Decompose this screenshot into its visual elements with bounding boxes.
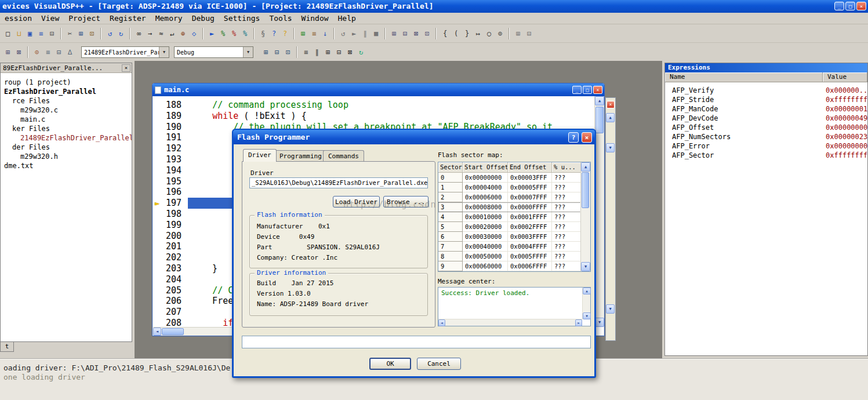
menu-window[interactable]: Window [297,13,333,23]
help-button[interactable]: ? [280,28,290,39]
locals-window-button[interactable]: ⊞ [513,28,523,39]
expression-row[interactable]: AFP_Stride0xffffffff [665,95,867,104]
command-input[interactable] [242,336,591,348]
scroll-left-icon[interactable] [438,319,445,326]
memory-window-button[interactable]: ⊞ [389,28,399,39]
menu-memory[interactable]: Memory [151,13,187,23]
plot-window-button[interactable]: ⊡ [422,28,432,39]
toggle-bookmark-button[interactable]: ◇ [189,28,199,39]
message-vertical-scrollbar[interactable] [582,288,590,319]
project-panel-tab[interactable]: t [0,342,14,352]
split-vertical-button[interactable]: ∥ [312,47,322,57]
tile-windows-button[interactable]: ⊟ [334,47,344,57]
tree-item[interactable]: 21489EzFlashDriver_Parallel.ldf [1,133,132,143]
tab-programming[interactable]: Programming [274,150,327,162]
expression-row[interactable]: AFP_Sector0xffffffff [665,151,867,160]
split-horizontal-button[interactable]: ≡ [301,47,311,57]
add-file-button[interactable]: ⊞ [261,47,271,57]
dialog-titlebar[interactable]: Flash Programmer [233,130,595,144]
connect-session-button[interactable]: § [258,28,268,39]
tab-commands[interactable]: Commands [323,150,364,162]
sector-row[interactable]: 30x000080000x0000FFFF??? [438,202,581,212]
driver-path-input[interactable]: _S29AL016J\Debug\21489EzFlashDriver_Para… [249,177,428,188]
sector-column-header[interactable]: Sector [438,162,463,173]
stop-debug-button[interactable]: ■ [371,28,381,39]
paste-button[interactable]: ⊡ [87,28,97,39]
sector-row[interactable]: 40x000100000x0001FFFF??? [438,212,581,222]
background-window-close-button[interactable]: × [606,101,615,108]
open-file-button[interactable]: ⊔ [14,28,24,39]
project-combo[interactable]: 21489EzFlashDriver_Parall [81,46,169,58]
menu-debug[interactable]: Debug [187,13,219,23]
tree-item[interactable]: ker Files [1,124,132,133]
menu-tools[interactable]: Tools [264,13,296,23]
asm-mode-button[interactable]: % [240,28,250,39]
menu-settings[interactable]: Settings [219,13,265,23]
ok-button[interactable]: OK [369,358,411,370]
call-stack-window-button[interactable]: ⊟ [524,28,534,39]
load-program-button[interactable]: ↓ [320,28,330,39]
title-bar[interactable]: evices VisualDSP++ - [Target: ADSP-21489… [0,0,868,13]
cancel-button[interactable]: Cancel [417,358,461,370]
new-file-button[interactable]: □ [3,28,13,39]
whats-this-help-button[interactable]: ? [269,28,279,39]
code-line[interactable]: 188 // command processing loop [153,100,594,111]
dialog-help-button[interactable]: ? [568,132,579,143]
replace-button[interactable]: ≈ [156,28,166,39]
copy-button[interactable]: ⊞ [76,28,86,39]
configuration-combo[interactable]: Debug [174,46,253,58]
find-next-button[interactable]: → [145,28,155,39]
scroll-down-icon[interactable] [606,143,615,152]
tree-item[interactable]: EzFlashDriver_Parallel [1,87,132,96]
expression-row[interactable]: AFP_NumSectors0x00000023 [665,132,867,141]
sector-column-header[interactable]: % u... [552,162,581,173]
tab-driver[interactable]: Driver [243,149,277,162]
scrollbar-thumb[interactable] [595,107,604,133]
sector-column-header[interactable]: Start Offset [463,162,508,173]
code-line[interactable]: 189 while ( !bExit ) { [153,111,594,122]
sector-row[interactable]: 90x000600000x0006FFFF??? [438,261,581,271]
scroll-down-icon[interactable] [606,304,615,314]
tree-item[interactable]: der Files [1,143,132,152]
tree-item[interactable]: main.c [1,115,132,124]
scrollbar-thumb[interactable] [162,328,184,335]
project-chart-button[interactable]: ∆ [65,47,75,57]
refresh-view-button[interactable]: ↻ [356,47,366,57]
expression-row[interactable]: AFP_Offset0x00000000 [665,123,867,132]
browse-button[interactable]: Browse ... [383,196,428,208]
print-button[interactable]: ⊟ [47,28,57,39]
redo-button[interactable]: ↻ [116,28,126,39]
statistics-button[interactable]: ⊙ [495,28,505,39]
restart-button[interactable]: ↺ [338,28,348,39]
expression-row[interactable]: AFP_Error0x00000000 [665,141,867,151]
step-over-button[interactable]: { [440,28,450,39]
sector-row[interactable]: 10x000040000x00005FFF??? [438,183,581,192]
run-button[interactable]: ► [349,28,359,39]
profile-button[interactable]: ○ [484,28,494,39]
step-out-button[interactable]: } [462,28,472,39]
close-button[interactable]: × [856,2,866,10]
arrange-icons-button[interactable]: ⊠ [345,47,355,57]
sector-column-header[interactable]: End Offset [508,162,552,173]
scroll-down-icon[interactable] [595,318,604,327]
scroll-up-icon[interactable] [581,162,590,172]
menu-register[interactable]: Register [105,13,151,23]
project-panel-titlebar[interactable]: 89EzFlashDriver_Paralle... × [1,63,132,73]
find-button[interactable]: ∞ [134,28,144,39]
load-driver-button[interactable]: Load Driver [333,196,380,208]
expression-row[interactable]: AFP_DevCode0x00000049 [665,114,867,123]
run-to-cursor-button[interactable]: ↦ [473,28,483,39]
sector-row[interactable]: 80x000500000x0005FFFF??? [438,252,581,261]
sector-row[interactable]: 20x000060000x00007FFF??? [438,192,581,202]
editor-close-button[interactable]: × [593,86,602,94]
dialog-close-button[interactable]: × [582,132,592,143]
register-window-button[interactable]: ⊟ [400,28,410,39]
sector-table-scrollbar[interactable] [580,162,590,271]
cascade-windows-button[interactable]: ⊞ [323,47,333,57]
undo-button[interactable]: ↺ [105,28,115,39]
tree-item[interactable]: roup (1 project) [1,78,132,87]
project-pages-button[interactable]: ≡ [43,47,53,57]
menu-view[interactable]: View [37,13,64,23]
file-options-button[interactable]: ⊡ [283,47,293,57]
source-mode-button[interactable]: % [218,28,228,39]
